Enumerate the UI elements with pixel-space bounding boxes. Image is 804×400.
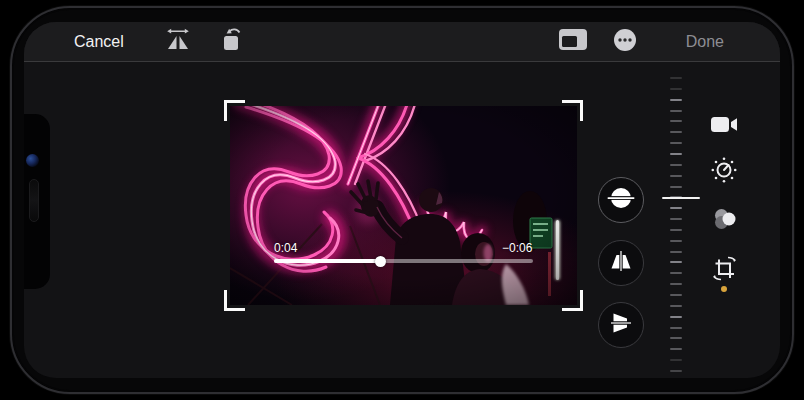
dial-tick <box>670 261 682 263</box>
dial-tick <box>670 142 682 144</box>
dial-tick <box>670 120 682 122</box>
dial-tick <box>670 348 682 350</box>
elapsed-time-label: 0:04 <box>274 241 297 255</box>
adjust-dial-icon <box>711 157 737 187</box>
mode-filters-button[interactable] <box>706 203 742 239</box>
dial-tick <box>670 359 682 361</box>
dial-tick <box>670 229 682 231</box>
mode-adjust-button[interactable] <box>706 154 742 190</box>
dial-tick <box>670 240 682 242</box>
dial-tick <box>670 305 682 307</box>
done-button[interactable]: Done <box>686 22 724 62</box>
notch <box>24 114 50 289</box>
cancel-button[interactable]: Cancel <box>74 22 124 62</box>
dial-tick <box>670 131 682 133</box>
scrubber-track[interactable] <box>274 259 533 263</box>
filters-icon <box>712 207 737 235</box>
top-toolbar: Cancel <box>24 22 780 62</box>
crop-rotate-icon <box>711 255 738 286</box>
rotate-button[interactable] <box>215 24 251 60</box>
straighten-icon <box>606 183 636 217</box>
aspect-ratio-icon <box>558 28 588 56</box>
dial-tick <box>670 99 682 101</box>
page: Cancel <box>0 0 804 400</box>
vertical-perspective-icon <box>608 248 634 278</box>
dial-tick <box>670 294 682 296</box>
flip-horizontal-button[interactable] <box>160 24 196 60</box>
straighten-button[interactable] <box>598 177 644 223</box>
dial-tick <box>670 337 682 339</box>
horizontal-perspective-button[interactable] <box>598 302 644 348</box>
crop-edited-indicator-dot <box>721 286 727 292</box>
dial-tick <box>670 218 682 220</box>
ellipsis-icon <box>613 28 637 56</box>
scrubber-played-bar <box>274 259 380 263</box>
horizontal-perspective-icon <box>608 310 634 340</box>
dial-tick <box>670 207 682 209</box>
more-options-button[interactable] <box>607 24 643 60</box>
dial-tick <box>670 164 682 166</box>
aspect-ratio-button[interactable] <box>555 24 591 60</box>
dial-tick <box>670 251 682 253</box>
remaining-time-label: −0:06 <box>502 241 532 255</box>
crop-handle-top-left[interactable] <box>224 100 245 121</box>
dial-tick <box>670 370 682 372</box>
dial-tick <box>670 283 682 285</box>
scrubber-thumb[interactable] <box>375 256 386 267</box>
rotate-counterclockwise-icon <box>221 27 245 57</box>
crop-handle-top-right[interactable] <box>562 100 583 121</box>
dial-tick <box>670 316 682 318</box>
crop-handle-bottom-right[interactable] <box>562 290 583 311</box>
dial-tick <box>670 110 682 112</box>
dial-tick <box>670 77 682 79</box>
flip-horizontal-icon <box>165 28 191 56</box>
mode-video-button[interactable] <box>706 108 742 144</box>
video-camera-icon <box>711 116 738 137</box>
dial-tick <box>670 88 682 90</box>
dial-tick <box>670 153 682 155</box>
earpiece-speaker <box>29 179 39 222</box>
video-preview[interactable]: 0:04 −0:06 <box>230 106 577 305</box>
dial-tick <box>670 327 682 329</box>
dial-tick <box>670 272 682 274</box>
mode-crop-button[interactable] <box>706 252 742 288</box>
dial-tick <box>670 186 682 188</box>
dial-tick <box>670 175 682 177</box>
front-camera <box>26 154 39 167</box>
crop-handle-bottom-left[interactable] <box>224 290 245 311</box>
screen: Cancel <box>24 22 780 378</box>
straighten-dial-ruler[interactable] <box>670 77 682 372</box>
vertical-perspective-button[interactable] <box>598 240 644 286</box>
video-frame-art <box>230 106 577 305</box>
iphone-frame: Cancel <box>10 6 794 394</box>
